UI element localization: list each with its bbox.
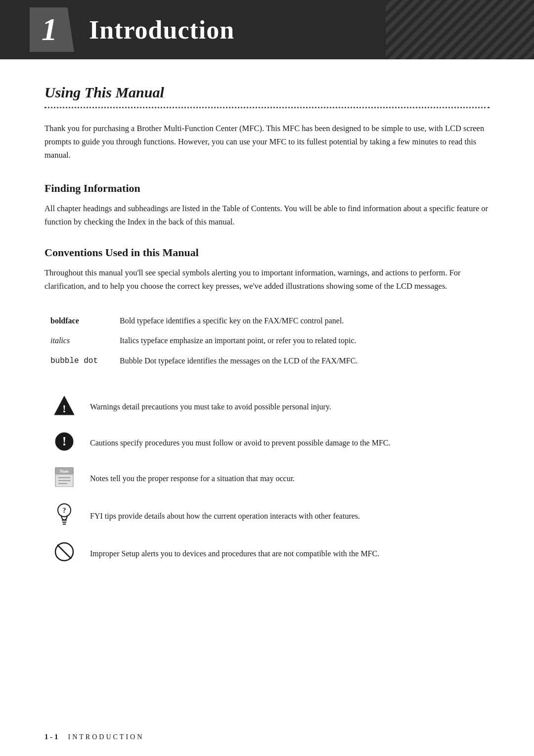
warning-description: Warnings detail precautions you must tak…	[84, 389, 490, 426]
improper-setup-icon	[54, 542, 74, 562]
svg-text:!: !	[62, 402, 66, 415]
conventions-title: Conventions Used in this Manual	[44, 246, 490, 259]
table-row: Note Notes tell you the proper response …	[44, 461, 490, 497]
table-row: bubble dot Bubble Dot typeface identifie…	[44, 351, 490, 371]
warning-triangle-icon: !	[53, 395, 75, 416]
dotted-separator	[44, 105, 490, 110]
symbols-table: ! Warnings detail precautions you must t…	[44, 389, 490, 572]
conventions-table: boldface Bold typeface identifies a spec…	[44, 311, 490, 371]
svg-text:?: ?	[63, 507, 66, 514]
table-row: ! Warnings detail precautions you must t…	[44, 389, 490, 426]
page: 1 Introduction Using This Manual Thank y…	[0, 0, 534, 756]
finding-info-title: Finding Information	[44, 182, 490, 195]
intro-paragraph: Thank you for purchasing a Brother Multi…	[44, 122, 490, 162]
svg-text:Note: Note	[60, 469, 69, 474]
note-icon-cell: Note	[44, 461, 84, 497]
table-row: italics Italics typeface emphasize an im…	[44, 331, 490, 351]
term-italics: italics	[44, 331, 114, 351]
desc-bubble-dot: Bubble Dot typeface identifies the messa…	[114, 351, 490, 371]
content-area: Using This Manual Thank you for purchasi…	[0, 84, 534, 572]
caution-circle-icon: !	[54, 432, 74, 451]
table-row: Improper Setup alerts you to devices and…	[44, 536, 490, 572]
note-description: Notes tell you the proper response for a…	[84, 461, 490, 497]
warning-icon-cell: !	[44, 389, 84, 426]
term-bubble-dot: bubble dot	[44, 351, 114, 371]
caution-icon-cell: !	[44, 426, 84, 461]
improper-icon-cell	[44, 536, 84, 572]
caution-description: Cautions specify procedures you must fol…	[84, 426, 490, 461]
conventions-body: Throughout this manual you'll see specia…	[44, 266, 490, 293]
table-row: ? FYI tips provide details about how the…	[44, 496, 490, 536]
section-title: Using This Manual	[44, 84, 490, 101]
svg-line-16	[57, 545, 71, 559]
finding-info-body: All chapter headings and subheadings are…	[44, 202, 490, 228]
page-footer: 1 - 1 INTRODUCTION	[0, 733, 534, 741]
fyi-lamp-icon: ?	[55, 502, 73, 526]
chapter-header: 1 Introduction	[0, 0, 534, 59]
improper-description: Improper Setup alerts you to devices and…	[84, 536, 490, 572]
footer-section-name: INTRODUCTION	[68, 733, 144, 741]
table-row: ! Cautions specify procedures you must f…	[44, 426, 490, 461]
fyi-icon-cell: ?	[44, 496, 84, 536]
chapter-title: Introduction	[89, 15, 234, 44]
footer-page-number: 1 - 1	[44, 733, 58, 741]
desc-boldface: Bold typeface identifies a specific key …	[114, 311, 490, 331]
svg-text:!: !	[62, 434, 67, 448]
fyi-description: FYI tips provide details about how the c…	[84, 496, 490, 536]
term-boldface: boldface	[44, 311, 114, 331]
table-row: boldface Bold typeface identifies a spec…	[44, 311, 490, 331]
chapter-number: 1	[30, 7, 74, 52]
note-paper-icon: Note	[53, 467, 75, 487]
desc-italics: Italics typeface emphasize an important …	[114, 331, 490, 351]
